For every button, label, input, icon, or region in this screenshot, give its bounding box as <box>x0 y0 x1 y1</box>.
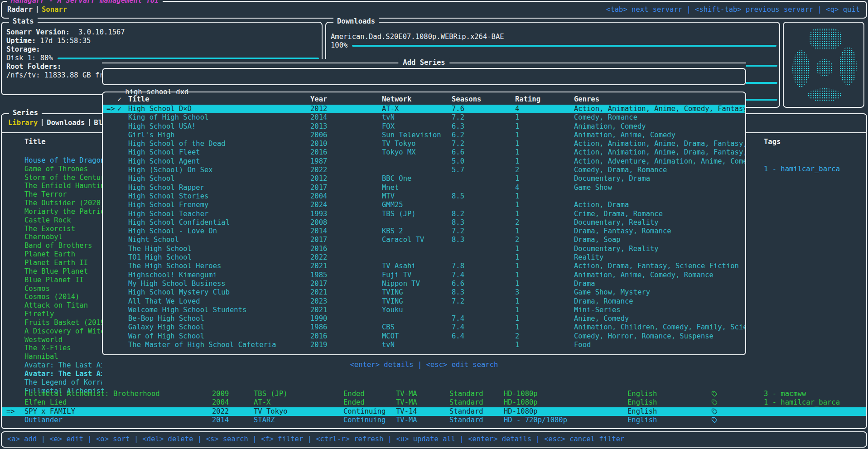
add-series-result-row[interactable]: Highschool! Kimengumi 1985 Fuji TV 7.4 1… <box>103 271 745 280</box>
row-profile: Standard <box>449 390 483 398</box>
row-rating: 1 <box>515 201 519 209</box>
downloads-title: Downloads <box>333 17 379 26</box>
add-series-result-row[interactable]: High (School) On Sex 2022 5.7 2 Comedy, … <box>103 166 745 174</box>
row-year: 1993 <box>310 210 327 218</box>
library-row[interactable]: Elfen Lied 2004 AT-X Ended TV-MA Standar… <box>2 398 866 407</box>
add-series-result-row[interactable]: TO1 High School 2022 1 Reality <box>103 253 745 262</box>
logo-panel <box>783 22 864 108</box>
add-series-result-row[interactable]: High School Agent 1987 5.0 1 Action, Adv… <box>103 157 745 166</box>
row-network: BBC One <box>382 174 411 183</box>
add-series-result-row[interactable]: High School Rapper 2017 Mnet 4 Game Show <box>103 183 745 192</box>
add-series-result-row[interactable]: King of High School 2014 tvN 7.2 1 Comed… <box>103 113 745 122</box>
add-series-result-row[interactable]: Galaxy High School 1986 CBS 7.4 1 Animat… <box>103 323 745 332</box>
row-network: TV Tokyo <box>382 140 416 148</box>
add-series-result-row[interactable]: High School Teacher 1993 TBS (JP) 8.2 1 … <box>103 210 745 218</box>
add-series-result-row[interactable]: My High School Business 2017 Nippon TV 6… <box>103 280 745 288</box>
library-header-tags: Tags <box>764 138 781 146</box>
row-rating: 2 <box>515 236 519 244</box>
download-progress-bar <box>352 45 776 47</box>
add-series-result-row[interactable]: High School of the Dead 2010 TV Tokyo 7.… <box>103 140 745 148</box>
row-certification: TV-MA <box>396 416 417 425</box>
row-year: 2014 <box>310 113 327 122</box>
row-network: FOX <box>382 122 395 131</box>
tab-blocklist[interactable]: Bl <box>94 119 102 127</box>
row-language: English <box>627 390 657 398</box>
row-seasons: 5.7 <box>452 166 464 174</box>
popup-title: Add Series <box>398 58 449 67</box>
add-series-result-row[interactable]: Girl's High 2006 Sun Television 6.2 1 An… <box>103 131 745 140</box>
add-series-result-row[interactable]: High School USA! 2013 FOX 6.3 1 Animatio… <box>103 122 745 131</box>
add-series-result-row[interactable]: High School Confidential 2008 8.3 2 Docu… <box>103 218 745 227</box>
tab-library[interactable]: Library <box>8 119 38 127</box>
result-rows: => ✓ High School D×D 2012 AT-X 7.6 4 Act… <box>103 105 745 349</box>
row-genres: Animation, Anime, Comedy, Romance <box>574 271 745 280</box>
row-title: The Master of High School Cafeteria <box>128 341 276 349</box>
row-seasons: 7.8 <box>452 262 464 270</box>
row-title: Fullmetal Alchemist: Brotherhood <box>24 390 160 398</box>
add-series-result-row[interactable]: High School 2012 BBC One 1 Documentary, … <box>103 174 745 183</box>
add-series-result-row[interactable]: All That We Loved 2023 TVING 7.2 1 Drama… <box>103 297 745 306</box>
row-status: Ended <box>343 398 365 407</box>
row-genres: Anime, Comedy <box>574 314 745 323</box>
add-series-result-row[interactable]: The High School Heroes 2021 TV Asahi 7.8… <box>103 262 745 270</box>
row-seasons: 7.2 <box>452 297 464 306</box>
row-certification: TV-MA <box>396 398 417 407</box>
series-tabs: LibraryDownloadsBl <box>8 119 102 127</box>
tab-radarr[interactable]: Radarr <box>7 5 33 14</box>
row-year: 1986 <box>310 323 327 332</box>
add-series-result-row[interactable]: War of High School 2016 MCOT 6.4 2 Comed… <box>103 332 745 341</box>
row-seasons: 6.2 <box>452 131 464 140</box>
add-series-result-row[interactable]: High School Frenemy 2024 GMM25 1 Action,… <box>103 201 745 209</box>
row-genres: Game Show <box>574 183 745 192</box>
row-seasons: 7.2 <box>452 227 464 236</box>
library-row[interactable]: Fullmetal Alchemist: Brotherhood 2009 TB… <box>2 390 866 398</box>
row-year: 2017 <box>310 236 327 244</box>
row-rating: 1 <box>515 323 519 332</box>
download-item-name: American.Dad.S20E07.1080p.WEBRip.x264-BA… <box>331 33 776 41</box>
library-row[interactable]: => SPY x FAMILY 2022 TV Tokyo Continuing… <box>2 407 866 416</box>
series-title: Series <box>9 109 42 117</box>
add-series-result-row[interactable]: => ✓ High School D×D 2012 AT-X 7.6 4 Act… <box>103 105 745 113</box>
row-year: 2004 <box>310 192 327 201</box>
download-progress-gauge: 100% <box>331 41 776 50</box>
library-row[interactable]: Outlander 2014 STARZ Continuing TV-MA St… <box>2 416 866 425</box>
tab-downloads[interactable]: Downloads <box>47 119 85 127</box>
tab-sonarr[interactable]: Sonarr <box>42 5 67 14</box>
row-seasons: 7.6 <box>452 105 464 113</box>
add-series-result-row[interactable]: Night School 2017 Caracol TV 8.3 2 Drama… <box>103 236 745 244</box>
row-network: TVING <box>382 297 403 306</box>
row-year: 2016 <box>310 148 327 157</box>
managarr-app: { "app": { "title": "Managarr - A Servar… <box>0 0 868 449</box>
row-title: Girl's High <box>128 131 175 140</box>
row-rating: 2 <box>515 166 519 174</box>
add-series-result-row[interactable]: High School Fleet 2016 Tokyo MX 6.6 1 Ac… <box>103 148 745 157</box>
row-network: Youku <box>382 306 403 314</box>
row-certification: TV-MA <box>396 390 417 398</box>
row-year: 2014 <box>212 416 229 425</box>
add-series-result-row[interactable]: The High School 2016 1 Documentary, Real… <box>103 245 745 253</box>
row-network: TBS (JP) <box>254 390 288 398</box>
row-network: Nippon TV <box>382 280 420 288</box>
row-network: Fuji TV <box>382 271 411 280</box>
row-language: English <box>627 398 657 407</box>
add-series-result-row[interactable]: Be-Bop High School 1990 7.4 1 Anime, Com… <box>103 314 745 323</box>
row-genres: Action, Adventure, Animation, Anime, Com… <box>574 157 745 166</box>
row-seasons: 8.3 <box>452 288 464 297</box>
add-series-result-row[interactable]: Welcome High School Students 2021 Youku … <box>103 306 745 314</box>
add-series-result-row[interactable]: High School - Love On 2014 KBS 2 7.2 1 D… <box>103 227 745 236</box>
row-rating: 1 <box>515 297 519 306</box>
row-title: High School Agent <box>128 157 200 166</box>
row-network: AT-X <box>382 105 399 113</box>
row-title: High School Fleet <box>128 148 200 157</box>
row-genres: Comedy, Romance <box>574 113 745 122</box>
add-series-result-row[interactable]: High School Mystery Club 2021 TVING 8.3 … <box>103 288 745 297</box>
footer-keybind-hints: <a> add | <e> edit | <o> sort | <del> de… <box>7 435 624 444</box>
row-seasons: 7.4 <box>452 323 464 332</box>
row-title: Night School <box>128 236 179 244</box>
stats-storage-label: Storage: <box>6 45 319 54</box>
add-series-result-row[interactable]: High School Stories 2004 MTV 8.5 1 <box>103 192 745 201</box>
row-year: 1985 <box>310 271 327 280</box>
add-series-result-row[interactable]: The Master of High School Cafeteria 2019… <box>103 341 745 349</box>
search-results-table: ✓ Title Year Network Seasons Rating Genr… <box>102 92 746 355</box>
search-input[interactable]: high school dxd <box>102 68 746 85</box>
